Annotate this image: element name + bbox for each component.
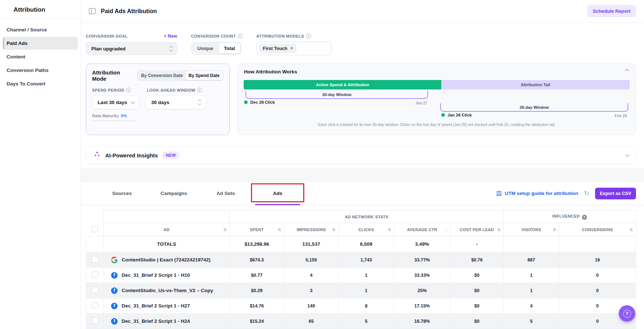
sort-icon[interactable]	[553, 227, 557, 232]
tab-ad-sets[interactable]: Ad Sets	[200, 182, 252, 205]
impressions-cell: 65	[284, 314, 339, 329]
row-checkbox[interactable]	[92, 256, 98, 263]
avg-ctr-cell: 17.15%	[394, 298, 450, 314]
help-button[interactable]	[619, 305, 635, 322]
ad-name[interactable]: Dec_31_Brief 2 Script 1 - H10	[122, 272, 190, 278]
sort-desc-icon[interactable]	[445, 227, 447, 232]
totals-cost-per-lead: -	[450, 236, 504, 252]
expand-chevron-icon[interactable]	[625, 153, 629, 157]
collapse-chevron-icon[interactable]	[625, 69, 629, 73]
utm-setup-guide-link[interactable]: UTM setup guide for attribution	[496, 191, 578, 196]
conversion-goal-label: CONVERSION GOAL	[86, 34, 128, 38]
clicks-cell: 1	[339, 283, 394, 298]
spend-period-dropdown[interactable]: Last 30 days	[92, 95, 139, 109]
tab-sources[interactable]: Sources	[96, 182, 148, 205]
visitors-cell: 1	[504, 283, 559, 298]
window1-bracket: 30-day Window	[245, 91, 428, 99]
row-checkbox[interactable]	[92, 302, 98, 309]
sort-icon[interactable]	[223, 227, 227, 232]
book-icon	[496, 191, 502, 196]
sort-icon[interactable]	[498, 227, 501, 232]
attribution-mode-card: Attribution Mode By Conversion Date By S…	[86, 64, 230, 135]
sidebar-item-channel-source[interactable]: Channel / Source	[3, 23, 78, 36]
sidebar-item-days-to-convert[interactable]: Days To Convert	[3, 77, 78, 90]
conversion-goal-select[interactable]: Plan upgraded	[86, 42, 177, 55]
clicks-cell: 1	[339, 268, 394, 283]
sidebar-item-paid-ads[interactable]: Paid Ads	[3, 37, 78, 50]
row-checkbox[interactable]	[92, 271, 98, 278]
info-icon[interactable]	[126, 88, 131, 92]
info-icon[interactable]	[306, 34, 311, 38]
remove-chip-icon[interactable]	[290, 46, 293, 51]
active-spend-bar: Active Spend & Attribution	[244, 80, 441, 89]
controls-row: CONVERSION GOAL + New Plan upgraded CONV…	[86, 34, 636, 55]
look-ahead-select[interactable]: 30 days	[146, 95, 206, 109]
conversion-count-group: CONVERSION COUNT Unique Total	[191, 34, 243, 55]
help-icon[interactable]	[582, 215, 587, 220]
by-spend-date-option[interactable]: By Spend Date	[186, 71, 222, 80]
ads-table: AD NETWORK STATS INFLUENCED AD SPENT IMP…	[86, 210, 636, 329]
window2-bracket: 30-day Window	[440, 103, 628, 112]
col-average-ctr: AVERAGE CTR	[394, 223, 450, 236]
new-goal-button[interactable]: + New	[164, 34, 177, 39]
row-checkbox[interactable]	[92, 317, 98, 324]
window1-start: Dec 28 Click	[244, 100, 275, 104]
tab-ads-label: Ads	[273, 191, 282, 196]
sidebar-item-conversion-paths[interactable]: Conversion Paths	[3, 64, 78, 77]
window2-end-date: Feb 25	[615, 114, 627, 118]
totals-label: TOTALS	[104, 236, 230, 252]
spent-cell: $0.77	[230, 268, 284, 283]
by-conversion-date-option[interactable]: By Conversion Date	[138, 71, 186, 80]
conversion-count-label: CONVERSION COUNT	[191, 34, 236, 38]
collapse-panel-icon[interactable]	[89, 8, 96, 14]
ad-name[interactable]: Dec_31_Brief 2 Script 1 - H24	[122, 318, 190, 324]
table-row: ContentStudio | Exact (724224219742)$674…	[86, 252, 636, 268]
tab-ads[interactable]: Ads	[252, 182, 304, 205]
spent-cell: $14.76	[230, 298, 284, 314]
ai-insights-card[interactable]: AI-Powered Insights NEW	[86, 146, 636, 164]
unique-option[interactable]: Unique	[192, 43, 218, 54]
ad-name[interactable]: Dec_31_Brief 2 Script 1 - H27	[122, 303, 190, 309]
schedule-report-button[interactable]: Schedule Report	[587, 5, 636, 17]
main-area: Paid Ads Attribution Schedule Report CON…	[81, 0, 644, 329]
spend-period-label: SPEND PERIOD	[92, 88, 124, 92]
row-checkbox[interactable]	[92, 287, 98, 293]
avg-ctr-cell: 33.33%	[394, 268, 450, 283]
visitors-cell: 1	[504, 268, 559, 283]
data-maturity-label: Data Maturity	[92, 114, 119, 118]
ai-insights-title: AI-Powered Insights	[105, 152, 158, 158]
sort-icon[interactable]	[388, 227, 391, 232]
sidebar-item-content[interactable]: Content	[3, 50, 78, 63]
impressions-cell: 140	[284, 298, 339, 314]
export-csv-button[interactable]: Export as CSV	[595, 188, 636, 199]
tab-campaigns[interactable]: Campaigns	[148, 182, 200, 205]
cost-per-lead-cell: $0	[450, 298, 504, 314]
select-all-checkbox[interactable]	[91, 226, 98, 232]
info-icon[interactable]	[197, 88, 202, 92]
chip-label: First Touch	[263, 46, 287, 51]
facebook-icon	[111, 318, 118, 325]
utm-link-label: UTM setup guide for attribution	[505, 191, 578, 196]
ad-group-header	[104, 211, 230, 223]
total-option[interactable]: Total	[218, 43, 240, 54]
window2-start: Jan 26 Click	[441, 113, 472, 117]
data-maturity-progressbar	[92, 120, 135, 121]
impressions-cell: 5,155	[284, 252, 339, 268]
totals-clicks: 6,509	[339, 236, 394, 252]
col-visitors: VISITORS	[504, 223, 559, 236]
sort-icon[interactable]	[332, 227, 336, 232]
attribution-mode-title: Attribution Mode	[92, 69, 133, 82]
ad-name[interactable]: ContentStudio | Exact (724224219742)	[122, 257, 210, 263]
refresh-icon[interactable]	[584, 190, 589, 196]
visitors-cell: 4	[504, 298, 559, 314]
sort-icon[interactable]	[278, 227, 281, 232]
sort-icon[interactable]	[630, 227, 633, 232]
attribution-tail-bar: Attribution Tail	[441, 80, 630, 89]
app-window: Attribution Channel / Source Paid Ads Co…	[0, 0, 644, 329]
click-dot-icon	[244, 100, 248, 104]
ad-name[interactable]: ContentStudio_Us-vs-Them_V2 – Copy	[122, 288, 213, 293]
attribution-models-input[interactable]: First Touch	[256, 42, 331, 55]
info-icon[interactable]	[238, 34, 243, 38]
chevron-updown-icon	[198, 100, 201, 105]
visitors-cell: 5	[504, 314, 559, 329]
